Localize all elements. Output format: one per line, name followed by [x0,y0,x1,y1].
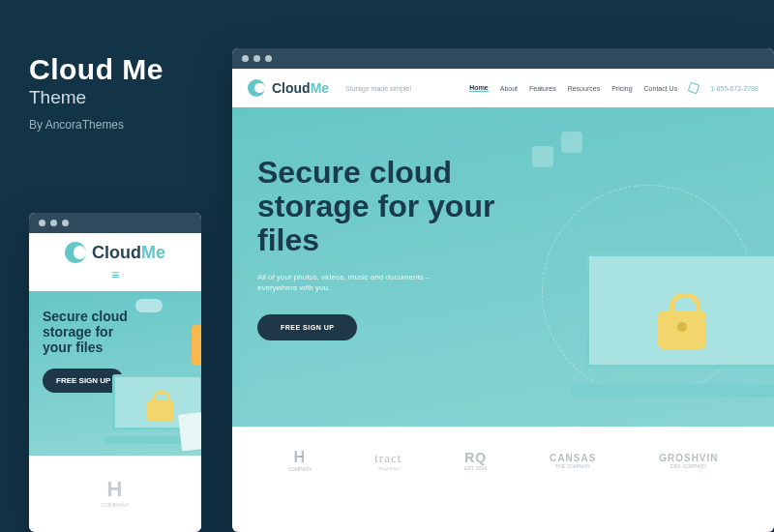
logo-icon [248,79,265,97]
client-h: H COMPANY [287,449,312,472]
promo-subtitle: Theme [29,87,86,108]
hero-section: Secure cloud storage for your files All … [232,107,774,427]
mobile-clients-row: H COMPANY [29,456,201,529]
paper-icon [178,412,201,452]
image-icon [561,132,582,153]
hero-subtext: All of your photos, videos, music and do… [257,272,470,293]
client-h-label: H [294,449,307,465]
nav-home[interactable]: Home [469,84,488,92]
client-h: H COMPANY [101,477,130,508]
mobile-preview: CloudMe ≡ Secure cloud storage for your … [29,213,201,532]
promo-byline: By AncoraThemes [29,118,124,132]
phone-number[interactable]: 1-855-672-2788 [710,85,759,92]
client-h-sub: COMPANY [101,502,130,508]
logo-first: Cloud [272,80,311,96]
nav-contact[interactable]: Contact Us [644,85,678,92]
window-dot-icon [253,55,260,62]
hero-headline: Secure cloud storage for your files [257,156,528,258]
site-header: CloudMe Storage made simple! Home About … [232,69,774,107]
lock-icon [658,310,706,349]
clients-row: H COMPANY tract 2014-9-22 RQ EST. 2014 C… [232,427,774,494]
logo-text[interactable]: CloudMe [272,80,329,96]
client-tract: tract 2014-9-22 [374,451,402,471]
hamburger-icon[interactable]: ≡ [111,267,119,282]
phone-icon [688,82,700,95]
browser-titlebar [29,213,201,233]
nav-resources[interactable]: Resources [568,85,600,92]
logo-second: Me [311,80,329,96]
client-groshvin-sub: DEV. COMPANY [659,463,718,469]
client-cansas-sub: THE COMPANY [550,463,596,469]
client-tract-sub: 2014-9-22 [374,466,402,471]
cloud-icon [135,299,163,312]
window-dot-icon [50,220,57,226]
mobile-hero: Secure cloud storage for your files FREE… [29,291,201,456]
client-groshvin-label: GROSHVIN [659,453,718,463]
client-h-label: H [107,477,124,501]
mobile-hero-headline: Secure cloud storage for your files [43,309,144,355]
client-h-sub: COMPANY [287,466,312,472]
nav-features[interactable]: Features [529,85,556,92]
music-icon [532,146,553,167]
window-dot-icon [265,55,272,62]
client-cansas-label: CANSAS [550,453,596,463]
client-groshvin: GROSHVIN DEV. COMPANY [659,453,718,469]
logo-second: Me [141,243,165,262]
logo-text[interactable]: CloudMe [92,243,165,263]
desktop-preview: CloudMe Storage made simple! Home About … [232,48,774,532]
main-nav: Home About Features Resources Pricing Co… [469,69,759,107]
window-dot-icon [62,220,69,226]
client-cansas: CANSAS THE COMPANY [550,453,596,469]
promo-title: Cloud Me [29,53,164,86]
window-dot-icon [242,55,249,62]
mobile-header: CloudMe ≡ [29,233,201,291]
nav-pricing[interactable]: Pricing [611,85,632,92]
client-rq-sub: EST. 2014 [464,465,487,471]
client-rq-label: RQ [464,450,487,465]
client-rq: RQ EST. 2014 [464,450,487,471]
lock-icon [147,400,174,422]
nav-about[interactable]: About [500,85,518,92]
phone-device-icon [192,325,201,366]
tagline: Storage made simple! [345,85,411,92]
client-tract-label: tract [374,451,402,465]
window-dot-icon [39,220,45,226]
signup-button[interactable]: FREE SIGN UP [257,314,357,340]
logo-first: Cloud [92,243,141,262]
logo-icon [65,242,86,263]
browser-titlebar [232,48,774,69]
